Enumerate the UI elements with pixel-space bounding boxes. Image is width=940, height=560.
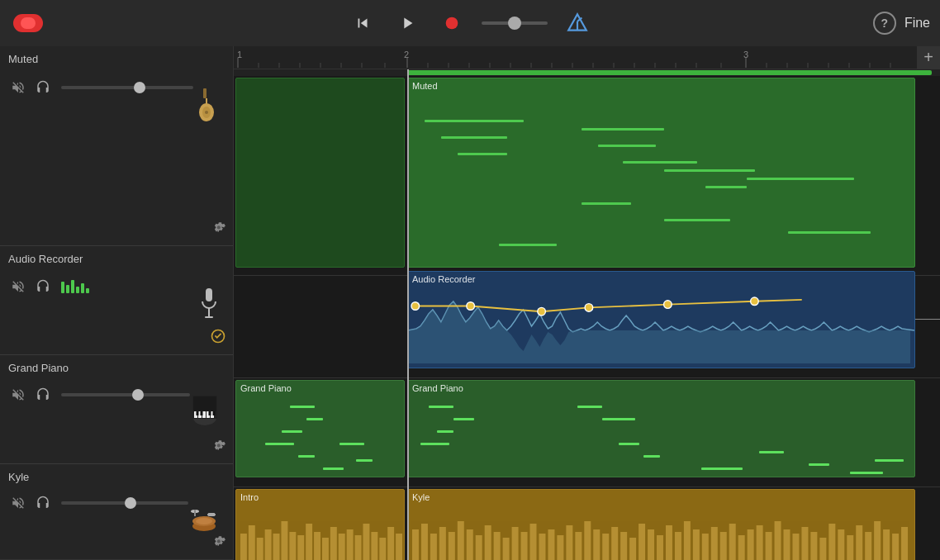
toolbar: ? Fine	[0, 0, 940, 46]
clip-label-muted: Muted	[412, 81, 438, 91]
svg-rect-70	[273, 534, 280, 560]
svg-rect-87	[421, 524, 428, 560]
track-header-audio: Audio Recorder	[0, 246, 233, 355]
svg-rect-77	[330, 527, 337, 560]
clip-kyle-right[interactable]: Kyle	[407, 489, 915, 560]
svg-rect-12	[205, 316, 213, 318]
mute-button-piano[interactable]	[8, 385, 28, 405]
send-icon-audio[interactable]	[210, 328, 226, 348]
clip-piano-left[interactable]: Grand Piano	[235, 380, 405, 477]
help-button[interactable]: ?	[873, 12, 896, 35]
svg-rect-131	[819, 538, 826, 560]
mute-button-audio[interactable]	[8, 277, 28, 297]
svg-rect-99	[530, 524, 537, 560]
svg-rect-32	[208, 513, 215, 516]
headphone-button-piano[interactable]	[33, 385, 53, 405]
svg-rect-133	[838, 529, 844, 560]
svg-rect-100	[539, 534, 545, 560]
svg-rect-119	[711, 527, 718, 560]
svg-point-8	[205, 111, 208, 114]
waveform-kyle-left	[236, 509, 404, 560]
svg-rect-4	[203, 88, 207, 98]
clip-piano-right[interactable]: Grand Piano	[407, 380, 915, 477]
clip-muted-right[interactable]: Muted	[407, 78, 915, 268]
metronome-button[interactable]	[563, 8, 592, 38]
volume-track-kyle[interactable]	[61, 501, 188, 505]
play-button[interactable]	[392, 8, 422, 38]
record-button[interactable]	[437, 8, 467, 38]
headphone-button-muted[interactable]	[33, 78, 53, 97]
svg-rect-114	[666, 525, 672, 560]
track-row-audio[interactable]: Audio Recorder	[234, 269, 940, 378]
svg-rect-83	[379, 538, 386, 560]
svg-rect-112	[648, 529, 654, 560]
svg-rect-107	[602, 534, 609, 560]
track-name-audio: Audio Recorder	[8, 253, 225, 265]
record-icon-button[interactable]	[13, 14, 43, 32]
track-row-muted[interactable]: Muted	[234, 76, 940, 276]
svg-rect-81	[363, 524, 369, 560]
svg-rect-24	[213, 411, 216, 415]
svg-rect-92	[467, 529, 473, 560]
volume-track-piano[interactable]	[61, 393, 190, 396]
clip-muted-left[interactable]	[235, 78, 405, 268]
tempo-thumb[interactable]	[508, 17, 521, 30]
ruler-ticks	[234, 46, 917, 69]
svg-rect-117	[693, 529, 700, 560]
svg-rect-124	[757, 525, 763, 560]
timeline-tracks[interactable]: Muted	[234, 69, 940, 560]
track-controls-kyle	[8, 486, 225, 520]
volume-thumb-muted[interactable]	[134, 82, 145, 93]
svg-rect-105	[584, 521, 591, 560]
volume-track-muted[interactable]	[61, 86, 193, 89]
svg-rect-126	[775, 521, 781, 560]
svg-rect-90	[449, 532, 455, 560]
headphone-button-kyle[interactable]	[33, 493, 53, 513]
svg-rect-132	[828, 524, 835, 560]
eq-bar-1	[61, 282, 64, 293]
volume-thumb-piano[interactable]	[132, 389, 144, 401]
track-name-piano: Grand Piano	[8, 362, 225, 374]
svg-rect-66	[240, 534, 247, 560]
svg-rect-94	[485, 525, 491, 560]
track-row-kyle[interactable]: Intro	[234, 487, 940, 560]
toolbar-center	[348, 8, 592, 38]
add-track-button[interactable]: +	[917, 46, 940, 69]
midi-notes-piano-left	[240, 401, 400, 472]
waveform-kyle-right	[408, 509, 914, 560]
track-controls-audio	[8, 268, 225, 305]
svg-rect-88	[430, 534, 437, 560]
send-icon-kyle[interactable]	[210, 533, 226, 553]
midi-notes-muted	[416, 103, 906, 259]
send-icon-muted[interactable]	[210, 219, 226, 239]
svg-rect-136	[865, 532, 871, 560]
mute-button-kyle[interactable]	[8, 493, 28, 513]
eq-bar-2	[66, 285, 69, 293]
svg-rect-74	[306, 524, 312, 560]
svg-rect-130	[810, 532, 817, 560]
svg-rect-115	[675, 532, 681, 560]
svg-rect-125	[766, 532, 772, 560]
clip-label-piano-left: Grand Piano	[240, 383, 292, 393]
clip-audio[interactable]: Audio Recorder	[407, 271, 915, 368]
rewind-button[interactable]	[348, 8, 377, 38]
svg-rect-93	[476, 535, 482, 560]
svg-rect-75	[314, 532, 320, 560]
svg-rect-7	[206, 98, 207, 105]
track-row-piano[interactable]: Grand Piano Grand Piano	[234, 378, 940, 487]
track-controls-muted	[8, 69, 225, 107]
volume-thumb-kyle[interactable]	[125, 497, 136, 509]
svg-rect-109	[620, 532, 627, 560]
headphone-button-audio[interactable]	[33, 277, 53, 297]
mute-button-muted[interactable]	[8, 78, 28, 97]
svg-rect-113	[657, 535, 663, 560]
svg-rect-73	[297, 535, 304, 560]
toolbar-left	[13, 14, 43, 32]
tempo-slider[interactable]	[482, 21, 548, 25]
send-icon-piano[interactable]	[210, 437, 226, 457]
svg-rect-134	[847, 535, 853, 560]
fine-label[interactable]: Fine	[904, 16, 930, 31]
track-header-kyle: Kyle	[0, 464, 233, 560]
clip-kyle-left[interactable]: Intro	[235, 489, 405, 560]
svg-rect-102	[557, 535, 563, 560]
